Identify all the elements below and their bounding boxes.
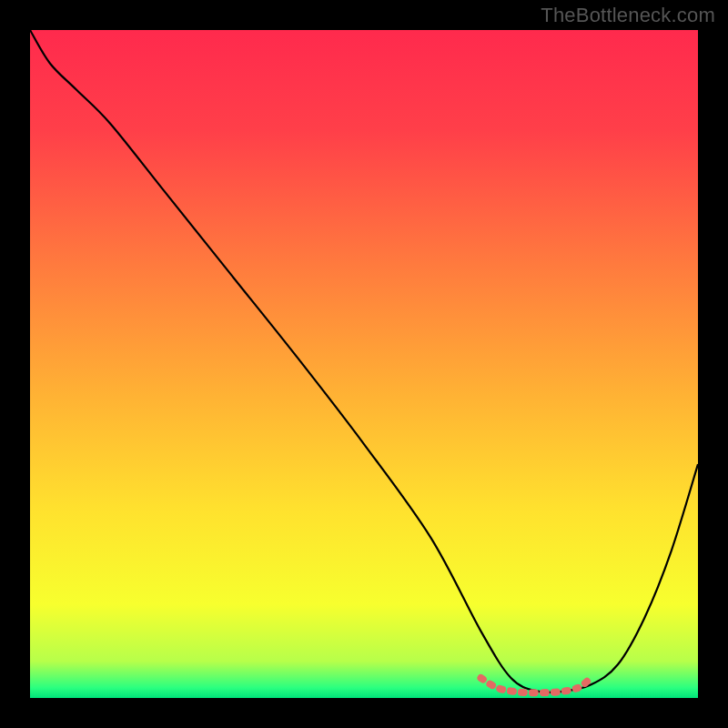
plot-background	[30, 30, 698, 698]
watermark-text: TheBottleneck.com	[541, 4, 715, 27]
chart-stage: TheBottleneck.com	[0, 0, 728, 728]
chart-svg	[0, 0, 728, 728]
